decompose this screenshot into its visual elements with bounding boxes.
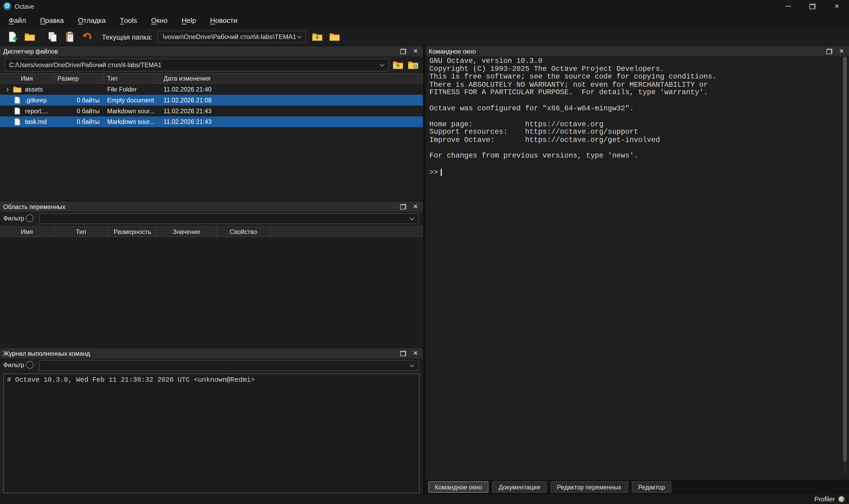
- minimize-icon: [785, 6, 791, 6]
- chevron-down-icon: [297, 34, 302, 38]
- workspace-filter-row: Фильтр: [0, 212, 423, 226]
- command-window-close-button[interactable]: ✕: [839, 48, 844, 54]
- workspace-header: Имя Тип Размерность Значение Свойство: [0, 226, 423, 237]
- workspace-undock-button[interactable]: [400, 204, 406, 209]
- file-browser-title: Диспетчер файлов: [3, 48, 58, 54]
- menu-tools-mnemonic: T: [120, 16, 124, 24]
- workspace-filter-label: Фильтр: [3, 215, 24, 221]
- menu-tools[interactable]: Tools: [113, 13, 144, 28]
- command-prompt: >>: [429, 168, 438, 177]
- directory-up-button[interactable]: [311, 31, 323, 43]
- copy-button[interactable]: [47, 31, 59, 43]
- file-browser-actions-button[interactable]: [407, 59, 419, 71]
- command-window-title: Командное окно: [429, 48, 476, 54]
- menu-window-mnemonic: О: [151, 16, 157, 24]
- history-filter-checkbox[interactable]: [26, 361, 34, 369]
- tab-variable-editor[interactable]: Редактор переменных: [550, 481, 628, 492]
- column-header-dimension[interactable]: Размерность: [108, 227, 157, 237]
- open-file-button[interactable]: [24, 31, 36, 43]
- menu-file-label: айл: [14, 16, 26, 24]
- restore-button[interactable]: [800, 0, 825, 13]
- file-name: report....: [25, 108, 48, 114]
- folder-up-icon: [312, 31, 323, 42]
- workspace-close-button[interactable]: ✕: [413, 203, 418, 209]
- folder-up-icon: [393, 59, 403, 70]
- column-header-attribute[interactable]: Свойство: [217, 227, 271, 237]
- expand-arrow-icon[interactable]: [3, 88, 10, 91]
- workspace-panel: Область переменных ✕ Фильтр Имя Тип Разм…: [0, 201, 423, 347]
- tab-documentation[interactable]: Документация: [492, 481, 546, 492]
- menu-window[interactable]: Окно: [144, 13, 175, 28]
- file-name: assets: [25, 86, 43, 92]
- tab-command-window[interactable]: Командное окно: [428, 481, 488, 492]
- file-browser-path-value: C:/Users/vovan/OneDrive/Рабочий стол/it-…: [9, 62, 162, 68]
- file-name-cell: .gitkeep: [0, 95, 54, 106]
- menu-tools-label: ools: [124, 16, 137, 24]
- menu-debug-mnemonic: О: [78, 16, 84, 24]
- history-filter-combobox[interactable]: [39, 360, 419, 371]
- column-header-name[interactable]: Имя: [0, 227, 54, 237]
- menu-help[interactable]: Help: [175, 13, 203, 28]
- window-titlebar: Octave ✕: [0, 0, 849, 13]
- history-entry[interactable]: # Octave 10.3.0, Wed Feb 11 21:30:32 202…: [7, 376, 416, 384]
- column-header-date[interactable]: Дата изменения: [160, 74, 423, 84]
- profiler-label: Profiler: [814, 495, 835, 503]
- octave-logo-icon: [3, 2, 12, 10]
- chevron-down-icon: [410, 362, 414, 367]
- browse-folder-icon: [329, 31, 340, 42]
- paste-icon: [65, 31, 75, 42]
- open-folder-icon: [24, 31, 35, 42]
- command-window-scrollbar[interactable]: [843, 57, 847, 475]
- file-row-assets[interactable]: assets File Folder 11.02.2026 21:40: [0, 84, 423, 95]
- profiler-led-icon[interactable]: [838, 496, 845, 502]
- file-row-gitkeep[interactable]: .gitkeep 0 байты Empty document 11.02.20…: [0, 95, 423, 106]
- file-browser-body: assets File Folder 11.02.2026 21:40 .git…: [0, 84, 423, 187]
- minimize-button[interactable]: [776, 0, 800, 13]
- menu-news[interactable]: Новости: [203, 13, 245, 28]
- file-name: .gitkeep: [25, 97, 47, 103]
- command-window-undock-button[interactable]: [826, 49, 832, 54]
- paste-button[interactable]: [64, 31, 76, 43]
- workspace-filter-combobox[interactable]: [39, 213, 419, 224]
- command-window-titlebar: Командное окно ✕: [426, 46, 849, 56]
- column-header-size[interactable]: Размер: [54, 74, 104, 84]
- history-close-button[interactable]: ✕: [413, 350, 418, 356]
- workspace-filter-checkbox[interactable]: [26, 214, 34, 222]
- menu-help-label: elp: [187, 16, 196, 24]
- file-browser-up-button[interactable]: [392, 59, 404, 71]
- browse-directory-button[interactable]: [329, 31, 341, 43]
- menu-news-mnemonic: Н: [210, 16, 215, 24]
- file-browser-path-combobox[interactable]: C:/Users/vovan/OneDrive/Рабочий стол/it-…: [4, 58, 389, 71]
- column-header-value[interactable]: Значение: [157, 227, 217, 237]
- menu-edit[interactable]: Правка: [33, 13, 71, 28]
- new-script-button[interactable]: [6, 31, 18, 43]
- file-name: task.md: [25, 119, 47, 125]
- file-row-taskmd[interactable]: task.md 0 байты Markdown sour... 11.02.2…: [0, 116, 423, 127]
- filebrowser-undock-button[interactable]: [400, 49, 406, 54]
- command-prompt-line[interactable]: >>: [429, 168, 441, 177]
- menu-file[interactable]: Файл: [2, 13, 33, 28]
- tab-editor[interactable]: Редактор: [632, 481, 671, 492]
- column-header-name[interactable]: Имя: [0, 74, 54, 84]
- current-directory-combobox[interactable]: \vovan\OneDrive\Рабочий стол\it-labs\TEM…: [158, 31, 306, 43]
- close-button[interactable]: ✕: [825, 0, 849, 13]
- file-browser-header: Имя Размер Тип Дата изменения: [0, 73, 423, 84]
- command-window-output: GNU Octave, version 10.3.0 Copyright (C)…: [429, 57, 716, 160]
- file-date: 11.02.2026 21:40: [160, 84, 423, 95]
- file-type: Markdown sour...: [104, 116, 160, 127]
- new-script-icon: [7, 31, 18, 42]
- file-row-report[interactable]: report.... 0 байты Markdown sour... 11.0…: [0, 106, 423, 116]
- scrollbar-thumb[interactable]: [843, 57, 847, 462]
- file-type: Markdown sour...: [104, 106, 160, 116]
- filebrowser-close-button[interactable]: ✕: [413, 48, 418, 54]
- undo-button[interactable]: [81, 31, 93, 43]
- command-window-panel: Командное окно ✕ GNU Octave, version 10.…: [426, 46, 849, 480]
- history-list[interactable]: # Octave 10.3.0, Wed Feb 11 21:30:32 202…: [3, 374, 419, 493]
- workspace-body: [0, 237, 423, 347]
- menu-window-label: кно: [157, 16, 167, 24]
- menu-debug[interactable]: Отладка: [71, 13, 113, 28]
- file-date: 11.02.2026 21:08: [160, 95, 423, 106]
- column-header-type[interactable]: Тип: [54, 227, 108, 237]
- history-undock-button[interactable]: [400, 350, 406, 356]
- column-header-type[interactable]: Тип: [104, 74, 160, 84]
